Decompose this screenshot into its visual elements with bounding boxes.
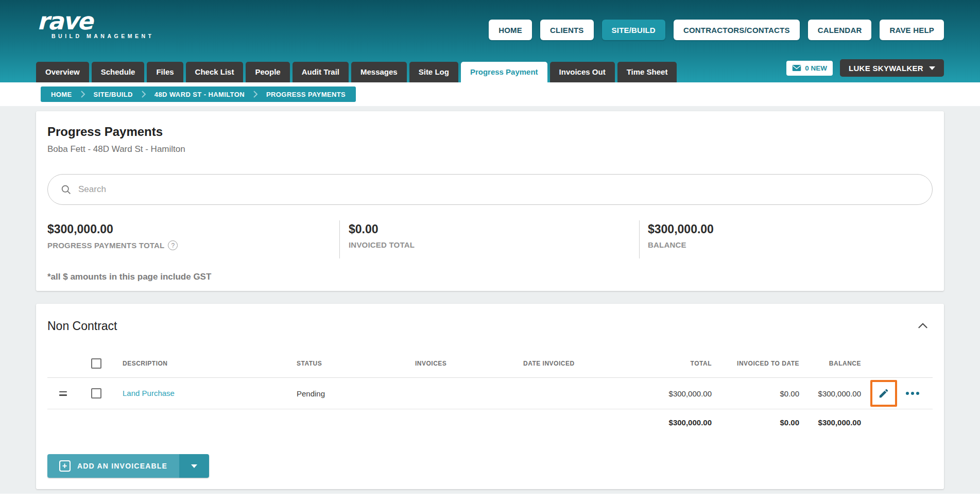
breadcrumb-strip: HOME SITE/BUILD 48D WARD ST - HAMILTON P… [0, 82, 980, 106]
row-actions [861, 380, 933, 407]
section-title: Non Contract [47, 319, 117, 333]
messages-badge[interactable]: 0 NEW [786, 61, 833, 76]
row-total: $300,000.00 [645, 389, 712, 398]
page-subtitle: Boba Fett - 48D Ward St - Hamilton [47, 144, 185, 154]
plus-square-icon: + [59, 460, 71, 472]
stat-label: PROGRESS PAYMENTS TOTAL [47, 241, 164, 250]
tab-check-list[interactable]: Check List [186, 62, 244, 82]
nav-site-build-button[interactable]: SITE/BUILD [602, 20, 665, 40]
nav-contractors-contacts-button[interactable]: CONTRACTORS/CONTACTS [674, 20, 800, 40]
search-box [47, 174, 933, 205]
row-more-options-button[interactable] [904, 390, 921, 397]
non-contract-card: Non Contract DESCRIPTION STATUS INVOICES… [36, 304, 944, 489]
breadcrumb-item-home[interactable]: HOME [51, 91, 72, 98]
nav-calendar-button[interactable]: CALENDAR [808, 20, 872, 40]
more-dots-icon [916, 392, 919, 395]
breadcrumb-chevron-icon [141, 90, 146, 98]
user-menu-button[interactable]: LUKE SKYWALKER [840, 59, 944, 77]
stat-divider [639, 220, 640, 258]
more-dots-icon [911, 392, 914, 395]
search-icon [61, 184, 72, 195]
column-header-balance: BALANCE [799, 360, 861, 367]
select-all-checkbox[interactable] [91, 358, 101, 369]
breadcrumb: HOME SITE/BUILD 48D WARD ST - HAMILTON P… [41, 86, 356, 102]
tab-files[interactable]: Files [147, 62, 183, 82]
collapse-section-button[interactable] [914, 317, 932, 335]
add-invoiceable-dropdown-button[interactable] [179, 454, 209, 478]
breadcrumb-item-site-build[interactable]: SITE/BUILD [94, 91, 133, 98]
add-invoiceable-split-button: + ADD AN INVOICEABLE [47, 454, 209, 478]
footer-strip [0, 494, 980, 502]
nav-rave-help-button[interactable]: RAVE HELP [880, 20, 944, 40]
top-nav: HOME CLIENTS SITE/BUILD CONTRACTORS/CONT… [489, 20, 944, 40]
search-input[interactable] [78, 184, 919, 195]
chevron-down-icon [191, 464, 197, 468]
column-header-total: TOTAL [645, 360, 712, 367]
breadcrumb-chevron-icon [80, 90, 85, 98]
stat-progress-payments-total: $300,000.00 PROGRESS PAYMENTS TOTAL ? [47, 222, 178, 250]
column-header-invoiced-to-date: INVOICED TO DATE [712, 360, 799, 367]
table-totals-row: $300,000.00 $0.00 $300,000.00 [47, 409, 933, 435]
tab-people[interactable]: People [246, 62, 289, 82]
tab-messages[interactable]: Messages [351, 62, 407, 82]
column-header-invoices: INVOICES [403, 360, 511, 367]
chevron-down-icon [929, 66, 935, 70]
more-dots-icon [906, 392, 909, 395]
header-right-group: 0 NEW LUKE SKYWALKER [786, 59, 944, 77]
tab-schedule[interactable]: Schedule [92, 62, 145, 82]
totals-total: $300,000.00 [645, 418, 712, 427]
breadcrumb-chevron-icon [253, 90, 258, 98]
project-tab-bar: Overview Schedule Files Check List Peopl… [36, 62, 677, 82]
column-header-description: DESCRIPTION [114, 360, 284, 367]
drag-handle-icon[interactable] [59, 391, 67, 396]
tab-time-sheet[interactable]: Time Sheet [617, 62, 677, 82]
row-description-link[interactable]: Land Purchase [123, 389, 175, 397]
column-header-status: STATUS [284, 360, 403, 367]
add-invoiceable-label: ADD AN INVOICEABLE [77, 462, 167, 470]
tab-progress-payment[interactable]: Progress Payment [461, 62, 547, 82]
edit-row-button[interactable] [870, 380, 897, 407]
row-invoiced-to-date: $0.00 [712, 389, 799, 398]
gst-note: *all $ amounts in this page include GST [47, 272, 211, 282]
stat-label: BALANCE [648, 240, 686, 249]
nav-home-button[interactable]: HOME [489, 20, 532, 40]
page-title: Progress Payments [47, 125, 163, 139]
stat-value: $300,000.00 [648, 222, 714, 236]
breadcrumb-item-project[interactable]: 48D WARD ST - HAMILTON [154, 91, 245, 98]
totals-balance: $300,000.00 [799, 418, 861, 427]
pencil-icon [878, 388, 889, 399]
add-invoiceable-button[interactable]: + ADD AN INVOICEABLE [47, 454, 179, 478]
messages-badge-label: 0 NEW [805, 64, 827, 72]
stat-divider [339, 220, 340, 258]
rave-logo-tagline: BUILD MANAGEMENT [51, 33, 154, 39]
stat-value: $300,000.00 [47, 222, 178, 236]
row-status: Pending [284, 389, 403, 398]
stat-invoiced-total: $0.00 INVOICED TOTAL [349, 222, 415, 249]
row-checkbox[interactable] [91, 388, 101, 399]
rave-logo[interactable]: rave BUILD MANAGEMENT [37, 9, 154, 39]
table-row: Land Purchase Pending $300,000.00 $0.00 … [47, 378, 933, 409]
row-balance: $300,000.00 [799, 389, 861, 398]
nav-clients-button[interactable]: CLIENTS [540, 20, 594, 40]
totals-invoiced-to-date: $0.00 [712, 418, 799, 427]
tab-overview[interactable]: Overview [36, 62, 89, 82]
tab-invoices-out[interactable]: Invoices Out [550, 62, 615, 82]
stat-label: INVOICED TOTAL [349, 240, 415, 249]
envelope-icon [792, 64, 801, 72]
chevron-up-icon [916, 319, 930, 333]
progress-payments-table: DESCRIPTION STATUS INVOICES DATE INVOICE… [47, 349, 933, 435]
app-header: rave BUILD MANAGEMENT HOME CLIENTS SITE/… [0, 0, 980, 82]
tab-site-log[interactable]: Site Log [409, 62, 458, 82]
stat-value: $0.00 [349, 222, 415, 236]
rave-logo-word: rave [37, 9, 154, 33]
help-circle-icon[interactable]: ? [168, 240, 178, 250]
progress-payments-summary-card: Progress Payments Boba Fett - 48D Ward S… [36, 111, 944, 291]
table-header-row: DESCRIPTION STATUS INVOICES DATE INVOICE… [47, 349, 933, 378]
column-header-date-invoiced: DATE INVOICED [511, 360, 645, 367]
breadcrumb-item-progress-payments[interactable]: PROGRESS PAYMENTS [266, 91, 346, 98]
stat-balance: $300,000.00 BALANCE [648, 222, 714, 249]
tab-audit-trail[interactable]: Audit Trail [293, 62, 349, 82]
user-menu-label: LUKE SKYWALKER [849, 64, 923, 73]
